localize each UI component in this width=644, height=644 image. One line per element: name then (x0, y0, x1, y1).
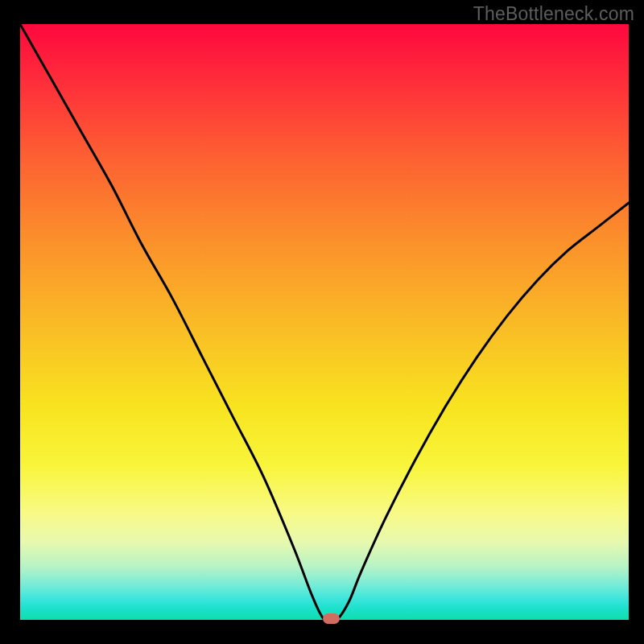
watermark-text: TheBottleneck.com (473, 3, 634, 25)
curve-path (20, 24, 629, 620)
plot-area (20, 24, 629, 620)
bottleneck-curve (20, 24, 629, 620)
chart-frame: TheBottleneck.com (0, 0, 644, 644)
optimal-marker (323, 613, 340, 624)
